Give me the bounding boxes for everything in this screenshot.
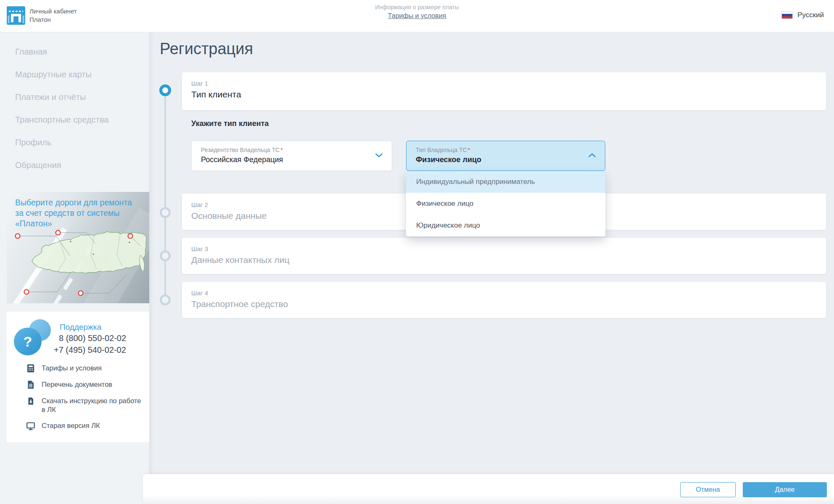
support-link-label: Перечень документов [42,380,112,389]
header: Личный кабинет Платон Информация о разме… [0,0,834,32]
chevron-down-icon [375,153,383,158]
step-title: Тип клиента [191,89,241,100]
document-icon [26,380,35,389]
tariffs-and-conditions-link[interactable]: Тарифы и условия [26,364,143,373]
owner-type-dropdown-menu: Индивидуальный предприниматель Физическо… [406,171,605,236]
sidebar-item-main[interactable]: Главная [15,40,108,63]
client-type-section-label: Укажите тип клиента [191,119,269,128]
option-individual-entrepreneur[interactable]: Индивидуальный предприниматель [406,171,605,193]
monitor-icon [26,421,35,430]
steps-timeline [164,90,166,300]
option-individual-person[interactable]: Физическое лицо [406,193,605,215]
next-button[interactable]: Далее [743,482,827,497]
option-legal-entity[interactable]: Юридическое лицо [406,215,605,236]
page-title: Регистрация [160,40,253,58]
calculator-icon [26,364,35,373]
step-1-card: Шаг 1 Тип клиента [182,72,826,110]
step-number-label: Шаг 4 [191,289,208,297]
sidebar-item-requests[interactable]: Обращения [15,154,108,176]
required-asterisk: * [468,147,470,153]
residency-select-value: Российская Федерация [201,155,283,164]
support-link-label: Скачать инструкцию по работе в ЛК [42,396,143,414]
sidebar-nav: Главная Маршрутные карты Платежи и отчёт… [15,40,108,176]
platon-logo-icon[interactable] [7,6,25,25]
step-title: Данные контактных лиц [191,255,290,265]
support-phone-2: +7 (495) 540-02-02 [54,345,126,355]
residency-select[interactable]: Резидентство Владельца ТС* Российская Фе… [191,141,392,171]
step-4-card: Шаг 4 Транспортное средство [182,282,826,318]
sidebar: Главная Маршрутные карты Платежи и отчёт… [0,32,149,504]
sidebar-item-payments[interactable]: Платежи и отчёты [15,86,108,108]
step-3-indicator [160,250,171,261]
required-asterisk: * [280,147,282,153]
step-title: Основные данные [191,211,267,221]
app-title-line2: Платон [29,16,77,24]
sidebar-item-vehicles[interactable]: Транспортные средства [15,108,108,131]
step-number-label: Шаг 1 [191,80,208,87]
toll-info-text: Информация о размере платы [375,4,459,10]
owner-type-select-value: Физическое лицо [416,155,481,164]
russian-flag-icon [781,11,793,19]
support-link-label: Старая версия ЛК [42,421,100,430]
sidebar-item-profile[interactable]: Профиль [15,131,108,154]
footer-action-bar: Отмена Далее [143,474,834,504]
language-selector[interactable]: Русский [781,11,824,19]
chevron-up-icon [589,153,596,158]
promo-text: Выберите дороги для ремонта за счет сред… [15,197,133,229]
support-phone-1: 8 (800) 550-02-02 [59,333,126,343]
download-instruction-link[interactable]: Скачать инструкцию по работе в ЛК [26,396,143,414]
sidebar-item-route-maps[interactable]: Маршрутные карты [15,63,108,86]
support-question-icon: ? [14,319,53,355]
old-version-link[interactable]: Старая версия ЛК [26,421,143,430]
step-2-indicator [160,207,171,218]
step-1-indicator [159,84,171,96]
step-3-card: Шаг 3 Данные контактных лиц [182,238,826,274]
cancel-button[interactable]: Отмена [680,482,736,497]
app-title-line1: Личный кабинет [29,7,77,16]
support-card: ? Поддержка 8 (800) 550-02-02 +7 (495) 5… [7,312,149,442]
owner-type-select[interactable]: Тип Владельца ТС* Физическое лицо [406,141,605,171]
owner-type-select-label: Тип Владельца ТС* [416,147,470,153]
step-number-label: Шаг 2 [191,201,208,208]
support-links: Тарифы и условия Перечень документов [26,364,143,438]
residency-select-label: Резидентство Владельца ТС* [201,147,283,153]
support-link-label: Тарифы и условия [42,364,102,373]
step-number-label: Шаг 3 [191,245,208,252]
documents-list-link[interactable]: Перечень документов [26,380,143,389]
app-title: Личный кабинет Платон [29,7,77,24]
step-4-indicator [160,294,171,305]
road-repair-promo-banner[interactable]: Выберите дороги для ремонта за счет сред… [7,192,149,303]
download-document-icon [26,396,35,406]
step-title: Транспортное средство [191,299,288,309]
header-center: Информация о размере платы Тарифы и усло… [375,4,459,20]
tariffs-link[interactable]: Тарифы и условия [388,12,446,20]
support-title: Поддержка [60,323,101,332]
language-label: Русский [797,11,824,19]
